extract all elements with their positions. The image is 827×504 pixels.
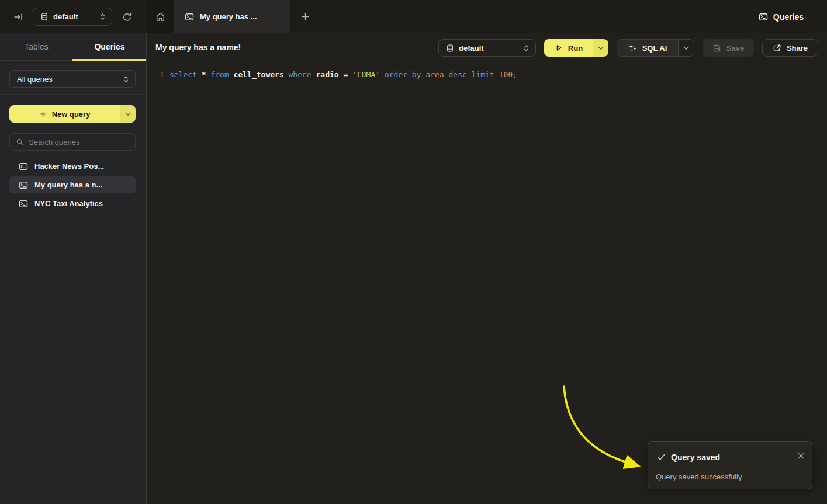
sql-token: 100 bbox=[499, 70, 513, 79]
sql-ai-button[interactable]: SQL AI bbox=[617, 40, 679, 56]
editor-database-value: default bbox=[459, 44, 518, 53]
query-filter-select[interactable]: All queries bbox=[9, 70, 136, 88]
code-line: 1 select * from cell_towers where radio … bbox=[147, 68, 518, 80]
sql-token: limit bbox=[472, 70, 499, 79]
search-icon bbox=[16, 138, 24, 146]
sql-token: radio bbox=[316, 70, 343, 79]
sidebar-tab-tables[interactable]: Tables bbox=[0, 33, 73, 60]
tab-label: My query has ... bbox=[200, 12, 257, 21]
check-icon bbox=[657, 453, 666, 461]
home-button[interactable] bbox=[146, 0, 174, 33]
sql-token: area bbox=[425, 70, 448, 79]
sidebar-tab-queries[interactable]: Queries bbox=[73, 33, 146, 60]
database-icon bbox=[40, 12, 49, 21]
collapse-sidebar-icon[interactable] bbox=[12, 11, 25, 23]
sql-token: order by bbox=[385, 70, 425, 79]
query-terminal-icon bbox=[19, 199, 28, 208]
sql-ai-label: SQL AI bbox=[642, 44, 667, 53]
chevron-updown-icon bbox=[123, 75, 129, 84]
database-icon bbox=[446, 44, 454, 53]
close-icon[interactable] bbox=[798, 453, 804, 459]
toast-message: Query saved successfully bbox=[656, 472, 742, 481]
run-button[interactable]: Run bbox=[544, 39, 593, 57]
main-panel: My query has a name! default bbox=[147, 33, 827, 504]
chevron-down-icon bbox=[598, 46, 604, 50]
new-tab-plus-icon[interactable] bbox=[299, 11, 312, 23]
sql-ai-dropdown[interactable] bbox=[679, 46, 694, 50]
sidebar-divider bbox=[0, 94, 146, 95]
topbar-queries-indicator[interactable]: Queries bbox=[759, 0, 804, 33]
topbar-database-value: default bbox=[53, 12, 95, 21]
run-button-group: Run bbox=[544, 39, 608, 57]
refresh-icon[interactable] bbox=[120, 11, 134, 23]
query-item-label: NYC Taxi Analytics bbox=[34, 199, 103, 208]
sql-console-app: default bbox=[0, 0, 827, 504]
new-query-dropdown[interactable] bbox=[120, 105, 136, 123]
new-query-label: New query bbox=[52, 110, 91, 119]
line-number: 1 bbox=[147, 70, 164, 79]
chevron-updown-icon bbox=[523, 44, 530, 53]
topbar-queries-label: Queries bbox=[773, 12, 804, 22]
sql-token: select bbox=[169, 70, 202, 79]
topbar-database-selector[interactable]: default bbox=[33, 8, 112, 26]
query-terminal-icon bbox=[19, 180, 28, 190]
topbar: default bbox=[0, 0, 827, 33]
active-tab-underline bbox=[72, 59, 146, 61]
sidebar-tabs: Tables Queries bbox=[0, 33, 146, 61]
tab-my-query[interactable]: My query has ... bbox=[174, 0, 290, 33]
sql-token: = bbox=[343, 70, 352, 79]
sql-token: ; bbox=[513, 70, 517, 79]
query-list-item-my-query[interactable]: My query has a n... bbox=[9, 176, 136, 193]
editor-database-selector[interactable]: default bbox=[438, 39, 536, 57]
sql-token: * bbox=[202, 70, 211, 79]
sql-token: from bbox=[210, 70, 233, 79]
share-button[interactable]: Share bbox=[762, 39, 818, 57]
sparkles-icon bbox=[628, 44, 637, 53]
query-item-label: Hacker News Pos... bbox=[34, 162, 104, 171]
query-terminal-icon bbox=[19, 162, 28, 171]
sql-token: desc bbox=[449, 70, 472, 79]
query-list-item-hacker-news[interactable]: Hacker News Pos... bbox=[9, 158, 136, 175]
play-icon bbox=[555, 44, 563, 52]
plus-icon bbox=[39, 110, 47, 118]
chevron-down-icon bbox=[683, 46, 689, 50]
query-list-item-nyc-taxi[interactable]: NYC Taxi Analytics bbox=[9, 195, 136, 212]
sql-token: where bbox=[289, 70, 316, 79]
query-terminal-icon bbox=[185, 12, 194, 22]
chevron-down-icon bbox=[125, 112, 131, 116]
toast-query-saved: Query saved Query saved successfully bbox=[648, 441, 812, 489]
sql-token: 'CDMA' bbox=[352, 70, 385, 79]
sql-editor[interactable]: 1 select * from cell_towers where radio … bbox=[147, 61, 827, 504]
query-search bbox=[9, 133, 136, 151]
tab-tables-label: Tables bbox=[25, 42, 48, 51]
sql-code: select * from cell_towers where radio = … bbox=[169, 69, 518, 79]
page-title: My query has a name! bbox=[155, 33, 241, 61]
share-icon bbox=[773, 44, 781, 53]
chevron-updown-icon bbox=[99, 12, 106, 21]
save-label: Save bbox=[726, 44, 744, 53]
sql-ai-button-group: SQL AI bbox=[617, 39, 694, 57]
run-label: Run bbox=[568, 44, 583, 53]
toast-title: Query saved bbox=[671, 453, 720, 462]
query-terminal-icon bbox=[759, 12, 768, 22]
search-input[interactable] bbox=[29, 138, 132, 147]
save-button[interactable]: Save bbox=[703, 39, 754, 57]
share-label: Share bbox=[787, 44, 808, 53]
query-filter-value: All queries bbox=[17, 75, 123, 84]
sql-token: cell_towers bbox=[234, 70, 289, 79]
sidebar: Tables Queries All queries bbox=[0, 33, 146, 504]
query-item-label: My query has a n... bbox=[34, 180, 102, 189]
save-icon bbox=[712, 44, 721, 53]
new-query-main[interactable]: New query bbox=[9, 105, 120, 123]
run-dropdown[interactable] bbox=[593, 39, 608, 57]
text-cursor bbox=[518, 69, 519, 79]
tab-queries-label: Queries bbox=[94, 42, 124, 51]
new-query-button[interactable]: New query bbox=[9, 105, 136, 123]
main-header: My query has a name! default bbox=[147, 33, 827, 61]
home-icon bbox=[155, 12, 165, 22]
